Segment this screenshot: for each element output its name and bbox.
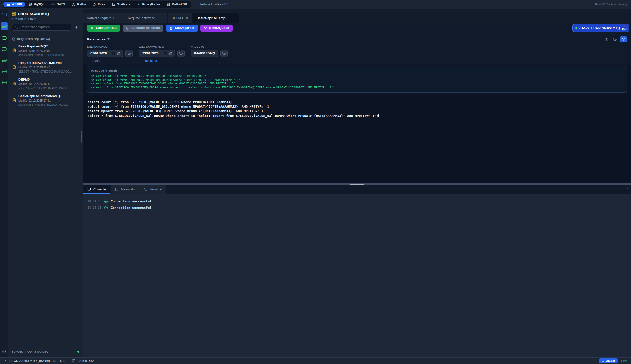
rail-server-1[interactable] bbox=[1, 11, 8, 18]
query-sql-preview: select count (*) from S78E29C0.IMA001... bbox=[18, 53, 79, 56]
hard-drive-icon bbox=[2, 24, 7, 29]
rail-server-5[interactable] bbox=[1, 56, 8, 64]
console-close-button[interactable] bbox=[625, 188, 629, 191]
nav-tab-proxykafka[interactable]: ProxyKafka bbox=[134, 2, 163, 7]
search-input[interactable] bbox=[20, 25, 69, 29]
query-list-item[interactable]: DBFM0 Modifié 10/12/2025 16:47 select * … bbox=[10, 75, 81, 92]
app-window: AS400 PgSQL NATS Kafka Files StatNats Pr… bbox=[0, 0, 631, 364]
tab-label: RequeteTestAvecA... bbox=[128, 16, 158, 20]
query-list-item[interactable]: BasicReprise4MQT Modifié 12/01/2026 11:0… bbox=[10, 42, 81, 59]
date-aaaammjj-input[interactable] bbox=[142, 51, 162, 55]
sidebar: PROD-AS400-MTQ 192.168.21.1:8471 REQUÊTE… bbox=[8, 9, 83, 357]
reset-param-button[interactable] bbox=[125, 50, 133, 57]
calendar-icon[interactable] bbox=[112, 52, 115, 55]
nav-tab-kafka[interactable]: Kafka bbox=[68, 2, 89, 7]
tab-console[interactable]: Console bbox=[83, 185, 111, 194]
connection-badge[interactable]: AS400: PROD-AS400-MTQ bbox=[572, 24, 629, 32]
port-server-status: Port 3010 • 6 serveur(s) bbox=[595, 3, 627, 6]
log-timestamp: 18:14:29 bbox=[88, 199, 101, 203]
hard-drive-icon bbox=[2, 58, 7, 63]
file-text-icon bbox=[12, 37, 15, 41]
wifi-icon bbox=[4, 359, 7, 363]
console-tab-label: Console bbox=[93, 188, 106, 191]
send2queue-button[interactable]: Send2Queue bbox=[200, 25, 232, 32]
new-tab-button[interactable] bbox=[239, 13, 249, 23]
value-03-input[interactable] bbox=[194, 51, 215, 55]
nav-tab-as400[interactable]: AS400 bbox=[3, 2, 25, 7]
execute-selection-button-disabled[interactable]: Executer selection bbox=[123, 25, 163, 32]
history-icon bbox=[222, 52, 226, 55]
nav-tab-pgsql[interactable]: PgSQL bbox=[25, 2, 48, 7]
activity-icon bbox=[137, 3, 140, 6]
query-name: BasicReprise4MQT bbox=[18, 45, 79, 48]
network-icon bbox=[72, 3, 75, 6]
rail-server-2-selected[interactable] bbox=[1, 22, 8, 30]
tab-label: DBFM0 bbox=[172, 16, 183, 20]
rail-server-4[interactable] bbox=[1, 45, 8, 53]
close-icon[interactable] bbox=[161, 17, 164, 19]
calendar-icon[interactable] bbox=[169, 52, 172, 55]
nav-tab-kafka2db[interactable]: Kafka2DB bbox=[163, 2, 191, 7]
query-name: RequeteTestAvecARS01Vide bbox=[18, 61, 79, 65]
hard-drive-icon bbox=[2, 35, 7, 41]
mode-label: AS400 bbox=[606, 359, 615, 362]
panel-splitter[interactable] bbox=[83, 183, 631, 185]
rail-server-3[interactable] bbox=[1, 34, 8, 41]
save-icon bbox=[169, 26, 173, 30]
query-toolbar: Executer tout Executer selection Sauvega… bbox=[83, 23, 631, 33]
rail-server-7[interactable] bbox=[1, 79, 8, 86]
console-panel: Console Résultats Terminal 18:14:29 bbox=[83, 185, 631, 357]
resolved-value: 20260123 bbox=[139, 59, 185, 62]
query-list-item[interactable]: BasicRepriseTemplate4MQT Modifié 02/12/2… bbox=[10, 92, 81, 109]
preview-toggle-button[interactable] bbox=[620, 36, 627, 42]
save-label: Sauvegarder bbox=[175, 26, 194, 30]
nav-tab-statnats[interactable]: StatNats bbox=[109, 2, 134, 7]
log-row: 18:15:35 Connection successful bbox=[88, 204, 626, 211]
date-aammjj-input[interactable] bbox=[90, 51, 110, 55]
database-icon bbox=[167, 3, 170, 6]
close-icon[interactable] bbox=[117, 17, 120, 19]
tab-terminal[interactable]: Terminal bbox=[139, 185, 166, 194]
reset-param-button[interactable] bbox=[220, 50, 228, 57]
execute-all-button[interactable]: Executer tout bbox=[87, 25, 120, 32]
reset-param-button[interactable] bbox=[177, 50, 185, 57]
reset-all-button[interactable] bbox=[612, 36, 618, 42]
statusbar: PROD-AS400-MTQ (192.168.21.1:8471) AS400… bbox=[0, 357, 631, 364]
splitter-drag-handle[interactable] bbox=[350, 184, 364, 185]
check-circle-icon bbox=[104, 206, 108, 210]
sql-editor[interactable]: select count (*) from S78E29C0.{VALUE_03… bbox=[83, 96, 631, 183]
query-list-item[interactable]: RequeteTestAvecARS01Vide Modifié 17/12/2… bbox=[10, 59, 81, 75]
nav-tab-nats[interactable]: NATS bbox=[48, 2, 68, 7]
tab-requetetestaveca[interactable]: RequeteTestAvecA... bbox=[124, 13, 168, 23]
calendar-icon[interactable] bbox=[117, 52, 121, 55]
help-button[interactable] bbox=[603, 36, 610, 42]
nav-label: NATS bbox=[57, 3, 65, 6]
close-icon[interactable] bbox=[232, 17, 235, 19]
arrow-right-icon bbox=[87, 59, 90, 62]
file-text-icon bbox=[12, 82, 16, 85]
tab-dbfm0[interactable]: DBFM0 bbox=[168, 13, 192, 23]
calendar-icon[interactable] bbox=[164, 52, 167, 55]
nav-label: StatNats bbox=[117, 3, 130, 6]
mode-badge[interactable]: AS400 bbox=[599, 358, 618, 363]
param-value-03: VALUE 03 bbox=[191, 45, 228, 57]
query-modified: Modifié 17/12/2025 11:43 bbox=[18, 66, 79, 69]
connection-badge-label: AS400: PROD-AS400-MTQ bbox=[579, 26, 620, 30]
nav-tab-files[interactable]: Files bbox=[89, 2, 109, 7]
tab-nouvelle-requete-1[interactable]: Nouvelle requête 1 bbox=[83, 13, 124, 23]
rail-server-6[interactable] bbox=[1, 68, 8, 75]
hard-drive-icon bbox=[2, 80, 7, 85]
tab-resultats[interactable]: Résultats bbox=[111, 185, 139, 194]
settings-gear-icon[interactable] bbox=[2, 349, 6, 354]
date-input-wrap bbox=[87, 50, 123, 57]
param-label: Date (AAMMJJ) bbox=[87, 45, 133, 48]
refresh-icon bbox=[602, 359, 605, 362]
editor-line: select mp0art from S78E29C0.{VALUE_03}.D… bbox=[88, 109, 631, 113]
status-connection-text: PROD-AS400-MTQ (192.168.21.1:8471) bbox=[9, 359, 66, 363]
save-button[interactable]: Sauvegarder bbox=[166, 25, 198, 32]
close-icon[interactable] bbox=[186, 17, 188, 19]
add-query-button[interactable] bbox=[74, 25, 79, 30]
tab-basicreprisetempl-active[interactable]: BasicRepriseTempl... bbox=[193, 13, 239, 23]
preview-sql-line: select mp0art from S78E29C0.IMA001FDMQ.D… bbox=[91, 82, 623, 86]
sidebar-scrollbar[interactable] bbox=[81, 131, 82, 143]
